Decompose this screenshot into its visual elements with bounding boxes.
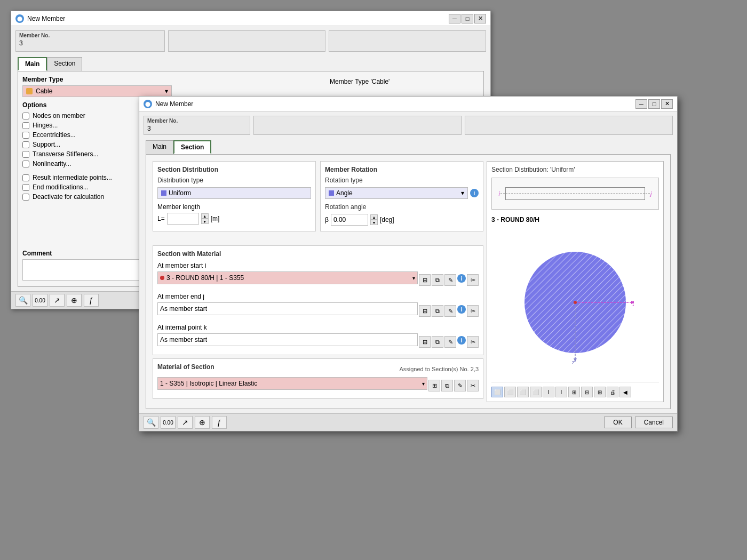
fg-at-end-dropdown[interactable]: As member start (157, 302, 418, 315)
fg-toolbar-search[interactable]: 🔍 (144, 416, 158, 429)
fg-dist-type-label: Distribution type (157, 177, 211, 184)
bg-nodes-checkbox[interactable] (22, 113, 29, 119)
fg-close-button[interactable]: ✕ (661, 99, 673, 109)
fg-dialog-content: Member No. 3 Main Section Section Distri… (139, 111, 677, 413)
bg-tab-bar: Main Section (15, 55, 486, 71)
fg-material-icon2[interactable]: ⧉ (441, 380, 453, 391)
bg-dropdown-arrow: ▾ (165, 87, 168, 95)
fg-internal-icon4[interactable]: ✂ (467, 336, 479, 348)
bg-deactivate-checkbox[interactable] (22, 194, 29, 201)
bg-app-icon: ⬤ (15, 14, 24, 23)
fg-start-dot (160, 276, 164, 280)
fg-vis-header: Section Distribution: 'Uniform' (491, 166, 659, 173)
fg-spin-down[interactable]: ▼ (201, 219, 209, 224)
bg-minimize-button[interactable]: ─ (449, 14, 460, 23)
fg-cancel-button[interactable]: Cancel (635, 417, 673, 428)
fg-start-icons: ⊞ ⧉ ✎ i ✂ (419, 274, 479, 286)
fg-dist-type-value: Uniform (169, 189, 191, 197)
fg-at-internal-dropdown[interactable]: As member start (157, 333, 418, 346)
fg-vis-btn-1[interactable]: ⬜ (491, 387, 503, 397)
bg-toolbar-plus[interactable]: ⊕ (67, 294, 82, 307)
bg-endmod-checkbox[interactable] (22, 184, 29, 191)
fg-start-icon4[interactable]: ✂ (467, 274, 479, 286)
bg-maximize-button[interactable]: □ (462, 14, 473, 23)
fg-toolbar-plus[interactable]: ⊕ (195, 416, 210, 429)
bg-dialog-controls: ─ □ ✕ (449, 14, 486, 23)
bg-support-checkbox[interactable] (22, 141, 29, 148)
fg-toolbar-func[interactable]: ƒ (212, 416, 227, 429)
fg-assigned-text: Assigned to Section(s) No. 2,3 (399, 366, 479, 372)
bg-toolbar-search[interactable]: 🔍 (15, 294, 30, 307)
fg-at-start-dropdown[interactable]: 3 - ROUND 80/H | 1 - S355 ▾ (157, 271, 418, 284)
fg-minimize-button[interactable]: ─ (635, 99, 647, 109)
fg-internal-info[interactable]: i (457, 336, 466, 345)
fg-start-info[interactable]: i (457, 274, 466, 283)
fg-dist-type-dropdown[interactable]: Uniform (157, 187, 311, 199)
fg-internal-icon3[interactable]: ✎ (444, 336, 456, 348)
fg-angle-unit: [deg] (380, 216, 394, 223)
fg-end-info[interactable]: i (457, 305, 466, 314)
fg-toolbar-arrow[interactable]: ↗ (178, 416, 193, 429)
bg-toolbar-arrow[interactable]: ↗ (50, 294, 65, 307)
bg-toolbar-zero[interactable]: 0.00 (33, 294, 47, 307)
fg-angle-spin-up[interactable]: ▲ (370, 214, 378, 220)
fg-internal-icon2[interactable]: ⧉ (432, 336, 443, 348)
bg-eccentricities-checkbox[interactable] (22, 132, 29, 139)
fg-vis-btn-8[interactable]: ⊟ (581, 387, 593, 397)
fg-start-icon2[interactable]: ⧉ (432, 274, 443, 286)
fg-rotation-info-icon[interactable]: i (470, 189, 479, 197)
fg-at-end-row: As member start ⊞ ⧉ ✎ i ✂ (157, 302, 479, 319)
fg-toolbar-zero[interactable]: 0.00 (161, 416, 176, 429)
fg-vis-btn-4[interactable]: ⬜ (530, 387, 542, 397)
fg-material-icon4[interactable]: ✂ (467, 380, 479, 391)
fg-rotation-dropdown[interactable]: Angle ▾ (325, 187, 468, 199)
fg-length-unit: [m] (211, 215, 220, 222)
fg-end-icon2[interactable]: ⧉ (432, 305, 443, 317)
fg-tab-main[interactable]: Main (146, 140, 173, 154)
fg-spin-up[interactable]: ▲ (201, 213, 209, 219)
fg-angle-input-row: β ▲ ▼ [deg] (325, 214, 479, 226)
fg-vis-btn-10[interactable]: 🖨 (607, 387, 618, 397)
bg-hinges-label: Hinges... (33, 122, 58, 129)
fg-ok-button[interactable]: OK (604, 417, 631, 428)
fg-material-icon3[interactable]: ✎ (454, 380, 466, 391)
fg-rotation-arrow: ▾ (461, 189, 464, 197)
bg-tab-main[interactable]: Main (18, 57, 47, 71)
fg-vis-btn-9[interactable]: ⊞ (594, 387, 606, 397)
bg-member-type-value: Cable (36, 87, 52, 95)
bg-nonlinearity-checkbox[interactable] (22, 161, 29, 167)
fg-vis-btn-2[interactable]: ⬜ (504, 387, 516, 397)
fg-angle-input[interactable] (331, 214, 368, 226)
fg-at-start-row: 3 - ROUND 80/H | 1 - S355 ▾ ⊞ ⧉ ✎ i ✂ (157, 271, 479, 289)
fg-end-icon1[interactable]: ⊞ (419, 305, 431, 317)
fg-titlebar: ⬤ New Member ─ □ ✕ (139, 97, 677, 111)
fg-material-dropdown[interactable]: 1 - S355 | Isotropic | Linear Elastic ▾ (157, 377, 427, 390)
bg-field3 (329, 30, 486, 52)
fg-vis-btn-6[interactable]: I (555, 387, 567, 397)
bg-hinges-checkbox[interactable] (22, 122, 29, 129)
fg-member-no-label: Member No. (147, 118, 247, 124)
fg-vis-btn-11[interactable]: ◀ (619, 387, 631, 397)
fg-length-label: Member length (157, 203, 205, 211)
fg-maximize-button[interactable]: □ (648, 99, 660, 109)
bg-tab-section[interactable]: Section (47, 57, 82, 71)
fg-start-icon3[interactable]: ✎ (444, 274, 456, 286)
fg-vis-btn-5[interactable]: I (543, 387, 554, 397)
fg-material-icon1[interactable]: ⊞ (428, 380, 440, 391)
fg-start-icon1[interactable]: ⊞ (419, 274, 431, 286)
fg-tab-section[interactable]: Section (173, 140, 211, 154)
fg-end-icon4[interactable]: ✂ (467, 305, 479, 317)
bg-member-type-info-block (176, 76, 323, 97)
fg-length-input[interactable] (167, 213, 199, 225)
bg-member-type-dropdown[interactable]: Cable ▾ (22, 85, 172, 97)
fg-angle-spin-down[interactable]: ▼ (370, 220, 378, 225)
fg-end-icon3[interactable]: ✎ (444, 305, 456, 317)
bg-result-checkbox[interactable] (22, 174, 29, 181)
fg-internal-icon1[interactable]: ⊞ (419, 336, 431, 348)
bg-transverse-checkbox[interactable] (22, 151, 29, 158)
fg-vis-btn-3[interactable]: ⬜ (517, 387, 529, 397)
bg-toolbar-func[interactable]: ƒ (84, 294, 99, 307)
fg-vis-btn-7[interactable]: ⊞ (568, 387, 580, 397)
bg-close-button[interactable]: ✕ (474, 14, 486, 23)
fg-length-input-row: L= ▲ ▼ [m] (157, 213, 311, 225)
